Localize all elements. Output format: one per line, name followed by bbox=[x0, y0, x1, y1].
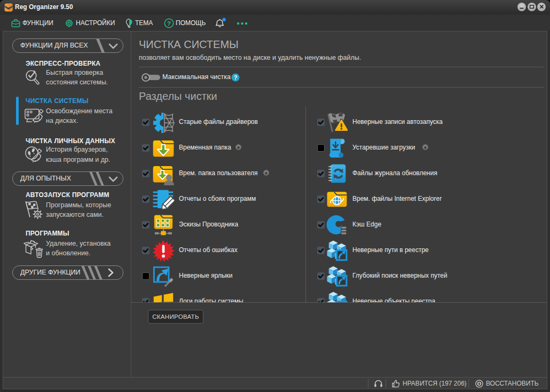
svg-text:?: ? bbox=[167, 20, 171, 26]
svg-text:?: ? bbox=[234, 74, 238, 81]
